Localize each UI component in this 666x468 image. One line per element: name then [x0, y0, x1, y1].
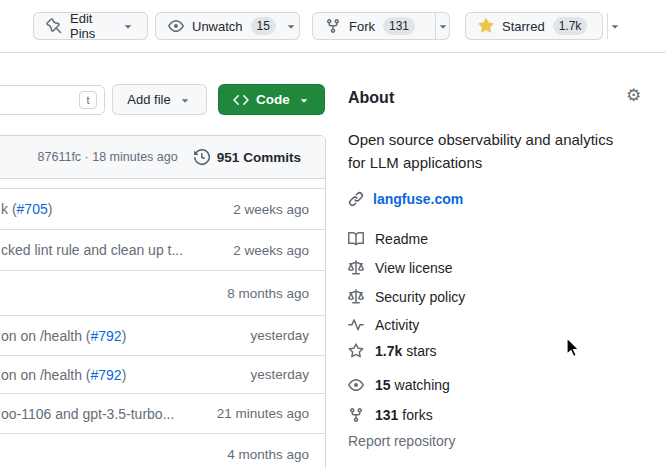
star-button-group: Starred 1.7k: [465, 12, 603, 40]
fork-count-badge: 131: [383, 17, 415, 35]
eye-icon: [348, 377, 364, 393]
add-file-button[interactable]: Add file: [112, 84, 207, 115]
watch-count-badge: 15: [251, 17, 276, 35]
commit-message[interactable]: oo-1106 and gpt-3.5-turbo...: [1, 406, 174, 422]
law-icon: [348, 289, 364, 305]
commit-message[interactable]: on on /health (#792): [1, 367, 126, 383]
edit-pins-label: Edit Pins: [70, 11, 113, 41]
chevron-down-icon: [436, 19, 450, 33]
issue-link[interactable]: #792: [91, 328, 122, 344]
mouse-cursor: [566, 337, 581, 358]
fork-button-group: Fork 131: [312, 12, 450, 40]
repo-website-row: langfuse.com: [348, 191, 463, 207]
chevron-down-icon: [284, 19, 298, 33]
star-icon: [478, 18, 494, 34]
gear-icon[interactable]: ⚙: [626, 87, 641, 104]
table-row: oo-1106 and gpt-3.5-turbo... 21 minutes …: [0, 394, 325, 434]
repo-action-bar: Edit Pins Unwatch 15 Fork 131 Starred 1.: [0, 0, 666, 53]
commit-time: 2 weeks ago: [233, 243, 309, 258]
table-row: on on /health (#792) yesterday: [0, 356, 325, 394]
commit-message[interactable]: k (#705): [1, 201, 52, 217]
table-row: on on /health (#792) yesterday: [0, 316, 325, 356]
commit-time: yesterday: [250, 328, 309, 343]
star-dropdown-button[interactable]: [607, 13, 622, 39]
issue-link[interactable]: #705: [17, 201, 48, 217]
latest-commit-bar: 87611fc · 18 minutes ago 951 Commits: [0, 136, 325, 179]
chevron-down-icon: [608, 19, 622, 33]
commit-hash-time[interactable]: 87611fc · 18 minutes ago: [38, 150, 178, 164]
issue-link[interactable]: #792: [91, 367, 122, 383]
fork-button[interactable]: Fork 131: [313, 13, 427, 39]
commit-time: yesterday: [250, 367, 309, 382]
repo-description: Open source observability and analytics …: [348, 128, 648, 174]
about-link-watching[interactable]: 15watching: [348, 377, 450, 393]
code-label: Code: [256, 92, 290, 107]
pulse-icon: [348, 317, 364, 333]
go-to-file-input[interactable]: t: [0, 85, 105, 115]
code-icon: [233, 92, 249, 108]
about-link-security-policy[interactable]: Security policy: [348, 289, 465, 305]
fork-dropdown-button[interactable]: [435, 13, 450, 39]
fork-icon: [348, 407, 364, 423]
starred-label: Starred: [502, 19, 545, 34]
commits-label: Commits: [243, 150, 301, 165]
about-link-readme[interactable]: Readme: [348, 231, 428, 247]
table-row: [0, 179, 325, 189]
commit-time: 8 months ago: [227, 286, 309, 301]
add-file-label: Add file: [127, 92, 170, 107]
commit-message[interactable]: cked lint rule and clean up t...: [1, 242, 183, 258]
law-icon: [348, 260, 364, 276]
code-button[interactable]: Code: [218, 84, 325, 115]
commit-time: 21 minutes ago: [217, 406, 309, 421]
commit-time: 4 months ago: [227, 447, 309, 462]
commits-count: 951: [217, 150, 240, 165]
repo-website-link[interactable]: langfuse.com: [373, 191, 463, 207]
keyboard-shortcut-badge: t: [79, 91, 97, 109]
link-icon: [348, 191, 364, 207]
about-link-license[interactable]: View license: [348, 260, 453, 276]
github-repo-page: Edit Pins Unwatch 15 Fork 131 Starred 1.: [0, 0, 666, 468]
table-row: k (#705) 2 weeks ago: [0, 189, 325, 230]
about-heading: About: [348, 89, 394, 107]
commit-time: 2 weeks ago: [233, 202, 309, 217]
about-link-stars[interactable]: 1.7kstars: [348, 343, 437, 359]
about-link-forks[interactable]: 131forks: [348, 407, 433, 423]
pin-icon: [46, 18, 62, 34]
chevron-down-icon: [121, 19, 135, 33]
history-icon: [194, 149, 210, 165]
commit-message[interactable]: on on /health (#792): [1, 328, 126, 344]
star-count-badge: 1.7k: [553, 17, 588, 35]
fork-label: Fork: [349, 19, 375, 34]
unwatch-label: Unwatch: [192, 19, 243, 34]
commit-history-link[interactable]: 951 Commits: [194, 149, 301, 165]
eye-icon: [168, 18, 184, 34]
edit-pins-button[interactable]: Edit Pins: [33, 12, 148, 40]
report-repository-link[interactable]: Report repository: [348, 433, 455, 449]
unwatch-button[interactable]: Unwatch 15: [155, 12, 300, 40]
chevron-down-icon: [178, 93, 192, 107]
table-row: cked lint rule and clean up t... 2 weeks…: [0, 230, 325, 271]
table-row: 8 months ago: [0, 271, 325, 316]
book-icon: [348, 231, 364, 247]
file-table: 87611fc · 18 minutes ago 951 Commits k (…: [0, 135, 326, 468]
star-outline-icon: [348, 343, 364, 359]
about-link-activity[interactable]: Activity: [348, 317, 419, 333]
starred-button[interactable]: Starred 1.7k: [466, 13, 599, 39]
table-row: 4 months ago: [0, 434, 325, 468]
chevron-down-icon: [297, 93, 311, 107]
fork-icon: [325, 18, 341, 34]
